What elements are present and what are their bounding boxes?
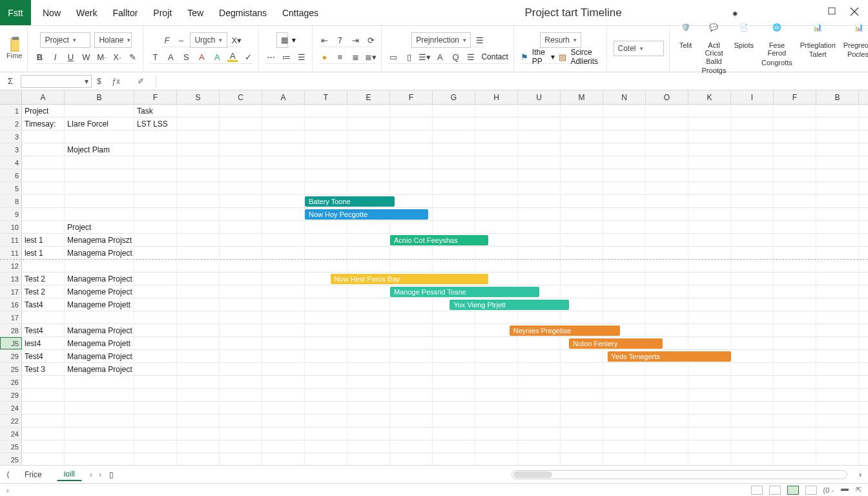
cell[interactable] bbox=[774, 182, 816, 194]
cell[interactable] bbox=[433, 182, 475, 194]
cell[interactable] bbox=[603, 169, 646, 181]
flag-icon[interactable]: ⚑ bbox=[521, 52, 528, 62]
cell[interactable] bbox=[774, 208, 816, 220]
cell[interactable] bbox=[134, 260, 177, 272]
cell[interactable] bbox=[774, 169, 816, 181]
cell[interactable] bbox=[475, 130, 518, 143]
minimize-icon[interactable] bbox=[828, 7, 837, 19]
cell[interactable] bbox=[561, 415, 603, 427]
cell[interactable] bbox=[561, 428, 603, 440]
table-row[interactable]: 6 bbox=[0, 169, 868, 182]
cell[interactable] bbox=[774, 453, 816, 465]
cell[interactable] bbox=[561, 195, 603, 207]
cell[interactable] bbox=[220, 389, 262, 401]
cell[interactable] bbox=[177, 169, 220, 181]
cell[interactable] bbox=[433, 130, 475, 143]
cell[interactable] bbox=[561, 247, 603, 259]
cell[interactable] bbox=[774, 337, 816, 349]
cell[interactable]: LST LSS bbox=[134, 118, 177, 130]
cell[interactable] bbox=[347, 118, 390, 130]
cell[interactable] bbox=[220, 260, 262, 272]
row-header[interactable]: 28 bbox=[0, 324, 22, 336]
cell[interactable] bbox=[774, 363, 816, 375]
gantt-bar[interactable]: Now Hest Paros Bay bbox=[331, 274, 488, 284]
cell[interactable] bbox=[561, 169, 603, 181]
cell[interactable] bbox=[65, 182, 134, 194]
cell[interactable] bbox=[816, 195, 859, 207]
cell[interactable] bbox=[774, 247, 816, 259]
split-icon[interactable]: ▯ bbox=[404, 52, 414, 62]
cell[interactable] bbox=[177, 453, 220, 465]
col-header-G-9[interactable]: G bbox=[433, 90, 475, 104]
name-box[interactable]: ▾ bbox=[21, 75, 92, 88]
cell[interactable] bbox=[561, 143, 603, 156]
cell[interactable] bbox=[816, 169, 859, 181]
cell[interactable] bbox=[262, 143, 305, 156]
cell[interactable] bbox=[347, 389, 390, 401]
cell[interactable] bbox=[603, 260, 646, 272]
cell[interactable]: Project bbox=[22, 105, 65, 117]
cell[interactable] bbox=[561, 118, 603, 130]
cell[interactable] bbox=[603, 298, 646, 311]
cell[interactable] bbox=[433, 105, 475, 117]
cell[interactable] bbox=[134, 337, 177, 349]
cell[interactable] bbox=[433, 143, 475, 156]
cell[interactable] bbox=[731, 350, 774, 362]
cell[interactable] bbox=[22, 389, 65, 401]
table-row[interactable]: 16Tast4Manageme Projett bbox=[0, 298, 868, 311]
cell[interactable] bbox=[475, 389, 518, 401]
cell[interactable] bbox=[177, 324, 220, 336]
cell[interactable] bbox=[561, 208, 603, 220]
cell[interactable] bbox=[305, 285, 347, 298]
cell[interactable] bbox=[688, 247, 731, 259]
cell[interactable] bbox=[731, 453, 774, 465]
gantt-bar[interactable]: Now Hoy Pecgotte bbox=[305, 209, 428, 220]
cell[interactable] bbox=[220, 169, 262, 181]
gantt-bar[interactable]: Yeds Tenegerts bbox=[608, 351, 731, 362]
cell[interactable] bbox=[774, 130, 816, 143]
wrap-icon[interactable]: ☰▾ bbox=[419, 52, 429, 62]
cell[interactable] bbox=[177, 285, 220, 298]
row-header[interactable]: 16 bbox=[0, 298, 22, 311]
cell[interactable] bbox=[177, 350, 220, 362]
cell[interactable] bbox=[433, 208, 475, 220]
cell[interactable] bbox=[646, 182, 688, 194]
cell[interactable] bbox=[347, 234, 390, 246]
cell[interactable] bbox=[305, 337, 347, 349]
cell[interactable] bbox=[774, 402, 816, 414]
cell[interactable] bbox=[603, 143, 646, 156]
table-row[interactable]: 3 bbox=[0, 130, 868, 143]
cell[interactable] bbox=[262, 311, 305, 324]
cell[interactable] bbox=[220, 350, 262, 362]
cell[interactable] bbox=[390, 311, 433, 324]
clear-icon[interactable]: ✎ bbox=[127, 52, 138, 62]
a-small-icon[interactable]: A bbox=[435, 52, 445, 62]
col-header-F-2[interactable]: F bbox=[134, 90, 177, 104]
font-a1-icon[interactable]: A bbox=[165, 52, 176, 62]
cell[interactable] bbox=[177, 118, 220, 130]
cell[interactable] bbox=[816, 428, 859, 440]
cell[interactable] bbox=[475, 143, 518, 156]
cell[interactable] bbox=[262, 402, 305, 414]
cell[interactable] bbox=[177, 363, 220, 375]
cell[interactable] bbox=[220, 182, 262, 194]
view-normal-icon[interactable] bbox=[751, 486, 763, 495]
align-center-icon[interactable]: ≣ bbox=[350, 52, 360, 62]
cell[interactable] bbox=[646, 169, 688, 181]
table-row[interactable]: 26 bbox=[0, 376, 868, 389]
cell[interactable] bbox=[177, 221, 220, 233]
cell[interactable] bbox=[262, 118, 305, 130]
cell[interactable]: Test4 bbox=[22, 350, 65, 362]
cell[interactable] bbox=[134, 324, 177, 336]
cell[interactable] bbox=[688, 130, 731, 143]
cell[interactable] bbox=[134, 298, 177, 311]
cell[interactable] bbox=[475, 440, 518, 453]
cell[interactable] bbox=[220, 156, 262, 169]
col-header-F-17[interactable]: F bbox=[774, 90, 816, 104]
cell[interactable] bbox=[475, 195, 518, 207]
ribbon-btn-4[interactable]: 📊PrtieglationTalert bbox=[796, 23, 840, 74]
cell[interactable] bbox=[688, 389, 731, 401]
table-row[interactable]: 29Test4Managema Project bbox=[0, 350, 868, 363]
cell[interactable] bbox=[816, 247, 859, 259]
cell[interactable] bbox=[65, 453, 134, 465]
